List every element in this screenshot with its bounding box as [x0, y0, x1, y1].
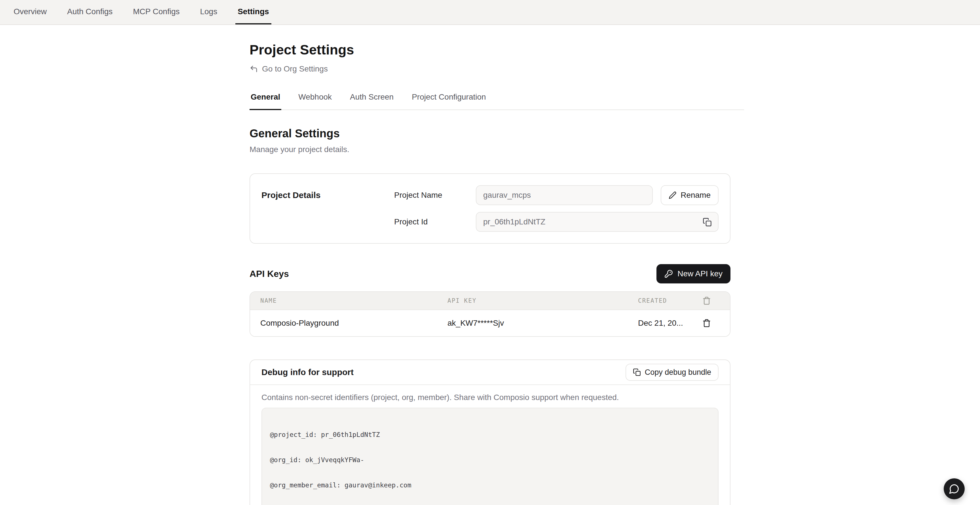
copy-project-id-button[interactable] [702, 217, 713, 228]
tab-auth-screen[interactable]: Auth Screen [349, 92, 395, 110]
project-details-card: Project Details Project Name Rename [250, 174, 730, 244]
nav-item-mcp-configs[interactable]: MCP Configs [131, 0, 182, 24]
corner-up-left-icon [250, 65, 258, 73]
general-settings-heading: General Settings [250, 127, 744, 140]
copy-debug-bundle-button[interactable]: Copy debug bundle [625, 364, 719, 381]
nav-item-logs[interactable]: Logs [198, 0, 220, 24]
tab-general[interactable]: General [250, 92, 281, 110]
column-header-name: NAME [260, 297, 447, 304]
chat-bubble-icon [949, 483, 959, 494]
trash-icon [702, 296, 711, 305]
api-key-created-cell: Dec 21, 20... [638, 319, 694, 328]
debug-info-card: Debug info for support Copy debug bundle… [250, 360, 730, 505]
pencil-icon [669, 191, 676, 199]
project-id-label: Project Id [394, 217, 468, 226]
copy-icon [633, 368, 641, 376]
go-to-org-settings-label: Go to Org Settings [262, 64, 328, 73]
project-name-input[interactable] [476, 185, 653, 205]
project-details-fields: Project Name Rename Project I [394, 185, 719, 232]
project-settings-page: Overview Auth Configs MCP Configs Logs S… [0, 0, 980, 505]
debug-info-body: Contains non-secret identifiers (project… [250, 385, 730, 505]
main-content: Project Settings Go to Org Settings Gene… [250, 25, 744, 505]
nav-item-overview[interactable]: Overview [11, 0, 49, 24]
column-header-api-key: API KEY [447, 297, 638, 304]
trash-icon [702, 319, 711, 327]
tab-project-configuration[interactable]: Project Configuration [410, 92, 487, 110]
nav-item-auth-configs[interactable]: Auth Configs [65, 0, 115, 24]
debug-info-title: Debug info for support [261, 367, 353, 377]
api-keys-header: API Keys New API key [250, 264, 730, 284]
api-keys-heading: API Keys [250, 269, 289, 279]
debug-info-description: Contains non-secret identifiers (project… [261, 393, 719, 402]
project-name-row: Project Name Rename [394, 185, 719, 205]
tab-webhook[interactable]: Webhook [297, 92, 333, 110]
api-keys-table-header: NAME API KEY CREATED [250, 292, 730, 309]
debug-bundle-code-block: @project_id: pr_06th1pLdNtTZ @org_id: ok… [261, 408, 719, 505]
project-details-title: Project Details [261, 185, 394, 232]
new-api-key-label: New API key [678, 269, 722, 278]
debug-line-org-id: @org_id: ok_jVveqqkYFWa- [270, 456, 710, 464]
api-key-value-cell: ak_KW7*****Sjv [447, 319, 638, 328]
page-title: Project Settings [250, 42, 744, 57]
project-name-label: Project Name [394, 191, 468, 200]
general-settings-subheading: Manage your project details. [250, 145, 744, 154]
api-keys-table: NAME API KEY CREATED Composio-Playground… [250, 292, 730, 337]
project-id-input[interactable] [476, 212, 719, 232]
copy-debug-bundle-label: Copy debug bundle [645, 368, 711, 377]
debug-line-project-id: @project_id: pr_06th1pLdNtTZ [270, 431, 710, 439]
project-id-row: Project Id [394, 212, 719, 232]
debug-line-org-member-email: @org_member_email: gaurav@inkeep.com [270, 481, 710, 490]
copy-icon [703, 218, 712, 227]
key-icon [664, 269, 673, 278]
column-header-created: CREATED [638, 297, 694, 304]
top-navbar: Overview Auth Configs MCP Configs Logs S… [0, 0, 980, 25]
delete-api-key-button[interactable] [701, 318, 712, 328]
api-key-name-cell: Composio-Playground [260, 319, 447, 328]
table-row: Composio-Playground ak_KW7*****Sjv Dec 2… [250, 309, 730, 336]
nav-item-settings[interactable]: Settings [235, 0, 271, 24]
rename-button-label: Rename [681, 191, 711, 200]
chat-support-button[interactable] [944, 478, 965, 499]
new-api-key-button[interactable]: New API key [657, 264, 730, 284]
debug-info-header: Debug info for support Copy debug bundle [250, 360, 730, 385]
go-to-org-settings-link[interactable]: Go to Org Settings [250, 64, 328, 73]
settings-tabs: General Webhook Auth Screen Project Conf… [250, 92, 744, 110]
rename-button[interactable]: Rename [661, 185, 719, 205]
